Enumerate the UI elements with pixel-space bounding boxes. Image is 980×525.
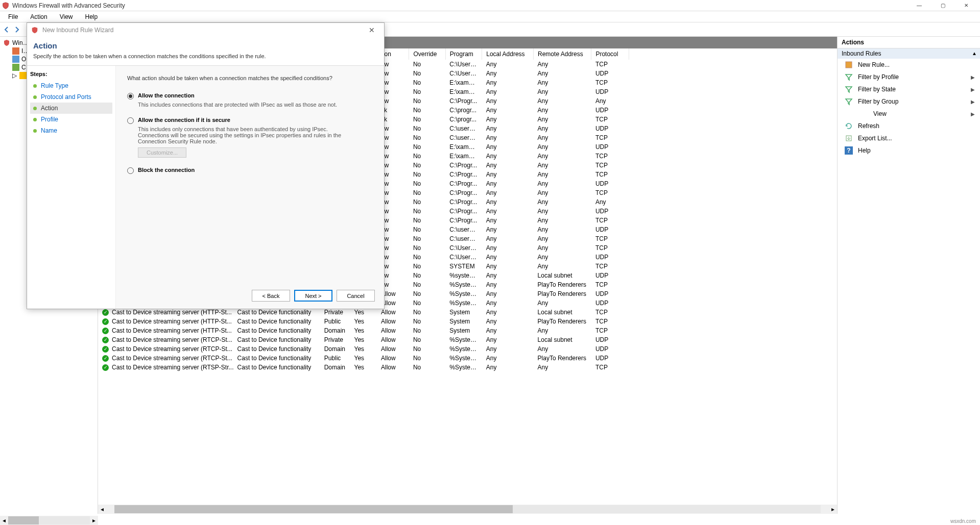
step-bullet-icon xyxy=(33,107,37,110)
radio-row[interactable]: Block the connection xyxy=(127,167,373,174)
enabled-check-icon: ✓ xyxy=(102,318,109,325)
svg-rect-2 xyxy=(12,64,19,71)
step-label: Protocol and Ports xyxy=(41,93,91,101)
outbound-rules-icon xyxy=(12,56,19,63)
dialog-heading: Action Specify the action to be taken wh… xyxy=(27,37,384,65)
scroll-track[interactable] xyxy=(114,505,821,513)
svg-rect-4 xyxy=(846,62,852,68)
step-label: Profile xyxy=(41,116,58,123)
table-row[interactable]: ✓Cast to Device streaming server (RTSP-S… xyxy=(98,363,629,372)
column-header[interactable]: Local Address xyxy=(482,48,534,60)
column-header[interactable]: Override xyxy=(409,48,445,60)
minimize-button[interactable]: — xyxy=(907,0,931,11)
column-header[interactable]: Remote Address xyxy=(534,48,591,60)
action-export-list-[interactable]: Export List... xyxy=(838,132,980,144)
action-refresh[interactable]: Refresh xyxy=(838,120,980,132)
chevron-right-icon: ▶ xyxy=(971,74,975,80)
radio-description: This includes connections that are prote… xyxy=(138,102,357,108)
actions-header: Actions xyxy=(838,37,980,48)
firewall-shield-icon xyxy=(3,39,10,46)
expand-icon[interactable]: ▷ xyxy=(12,72,17,79)
radio-button[interactable] xyxy=(127,117,134,124)
action-label: Filter by Group xyxy=(858,98,898,105)
step-rule-type[interactable]: Rule Type xyxy=(30,80,112,91)
actions-subtitle: Inbound Rules ▲ xyxy=(838,48,980,59)
radio-row[interactable]: Allow the connection xyxy=(127,92,373,99)
step-name[interactable]: Name xyxy=(30,125,112,136)
new-icon xyxy=(845,61,853,69)
chevron-right-icon: ▶ xyxy=(971,87,975,92)
scroll-thumb[interactable] xyxy=(8,516,39,524)
step-protocol-and-ports[interactable]: Protocol and Ports xyxy=(30,91,112,103)
scroll-left-icon[interactable]: ◂ xyxy=(0,517,8,524)
table-row[interactable]: ✓Cast to Device streaming server (HTTP-S… xyxy=(98,317,629,326)
next-button[interactable]: Next > xyxy=(294,290,332,302)
action-label: Refresh xyxy=(858,122,879,130)
column-header[interactable]: Protocol xyxy=(591,48,629,60)
enabled-check-icon: ✓ xyxy=(102,309,109,316)
scroll-left-icon[interactable]: ◂ xyxy=(98,506,106,513)
radio-option: Allow the connection if it is secureThis… xyxy=(127,117,373,158)
step-label: Rule Type xyxy=(41,82,68,89)
action-new-rule-[interactable]: New Rule... xyxy=(838,59,980,71)
table-row[interactable]: ✓Cast to Device streaming server (RTCP-S… xyxy=(98,335,629,344)
action-filter-by-profile[interactable]: Filter by Profile▶ xyxy=(838,71,980,83)
radio-button[interactable] xyxy=(127,167,134,174)
filter-icon xyxy=(845,97,853,106)
connection-security-icon xyxy=(12,64,19,71)
cancel-button[interactable]: Cancel xyxy=(337,290,375,302)
export-icon xyxy=(845,134,853,142)
back-button[interactable]: < Back xyxy=(252,290,290,302)
scroll-track[interactable] xyxy=(8,516,90,524)
svg-rect-1 xyxy=(12,56,19,63)
step-label: Name xyxy=(41,127,57,134)
dialog-close-button[interactable]: ✕ xyxy=(364,26,380,34)
column-header[interactable]: Program xyxy=(445,48,482,60)
actions-list: New Rule...Filter by Profile▶Filter by S… xyxy=(838,59,980,157)
dialog-subheading: Specify the action to be taken when a co… xyxy=(33,53,378,59)
action-filter-by-state[interactable]: Filter by State▶ xyxy=(838,83,980,95)
dialog-title-bar[interactable]: New Inbound Rule Wizard ✕ xyxy=(27,23,384,37)
close-button[interactable]: ✕ xyxy=(954,0,978,11)
scroll-thumb[interactable] xyxy=(114,505,513,513)
action-label: View xyxy=(873,110,887,117)
step-profile[interactable]: Profile xyxy=(30,114,112,125)
menu-action[interactable]: Action xyxy=(25,12,52,21)
step-action: Action xyxy=(30,103,112,114)
menu-view[interactable]: View xyxy=(55,12,78,21)
chevron-right-icon: ▶ xyxy=(971,99,975,105)
horizontal-scrollbar[interactable]: ◂ ▸ xyxy=(98,505,837,514)
table-row[interactable]: ✓Cast to Device streaming server (RTCP-S… xyxy=(98,344,629,354)
menu-help[interactable]: Help xyxy=(80,12,103,21)
radio-button[interactable] xyxy=(127,93,134,99)
dialog-split: Steps: Rule TypeProtocol and PortsAction… xyxy=(27,65,384,309)
filter-icon xyxy=(845,73,853,81)
nav-forward-icon[interactable] xyxy=(12,25,21,34)
tree-scrollbar[interactable]: ◂ ▸ xyxy=(0,516,98,525)
action-view[interactable]: View▶ xyxy=(838,108,980,120)
steps-label: Steps: xyxy=(30,71,112,77)
collapse-icon[interactable]: ▲ xyxy=(972,51,977,56)
menu-file[interactable]: File xyxy=(3,12,23,21)
action-label: New Rule... xyxy=(858,61,890,68)
radio-label: Allow the connection if it is secure xyxy=(138,117,230,123)
actions-subtitle-text: Inbound Rules xyxy=(842,50,881,57)
new-rule-wizard-dialog: New Inbound Rule Wizard ✕ Action Specify… xyxy=(27,22,385,309)
title-bar: Windows Firewall with Advanced Security … xyxy=(0,0,980,11)
help-icon: ? xyxy=(845,146,853,155)
scroll-right-icon[interactable]: ▸ xyxy=(829,506,837,513)
scroll-right-icon[interactable]: ▸ xyxy=(90,517,98,524)
table-row[interactable]: ✓Cast to Device streaming server (RTCP-S… xyxy=(98,354,629,363)
action-filter-by-group[interactable]: Filter by Group▶ xyxy=(838,95,980,108)
svg-text:?: ? xyxy=(847,147,850,154)
enabled-check-icon: ✓ xyxy=(102,355,109,362)
nav-back-icon[interactable] xyxy=(2,25,11,34)
maximize-button[interactable]: ▢ xyxy=(931,0,954,11)
table-row[interactable]: ✓Cast to Device streaming server (HTTP-S… xyxy=(98,326,629,335)
action-label: Filter by Profile xyxy=(858,73,899,81)
dialog-title: New Inbound Rule Wizard xyxy=(42,27,113,34)
radio-option: Block the connection xyxy=(127,167,373,174)
action-help[interactable]: ?Help xyxy=(838,144,980,157)
radio-row[interactable]: Allow the connection if it is secure xyxy=(127,117,373,124)
customize-button: Customize... xyxy=(138,147,186,158)
